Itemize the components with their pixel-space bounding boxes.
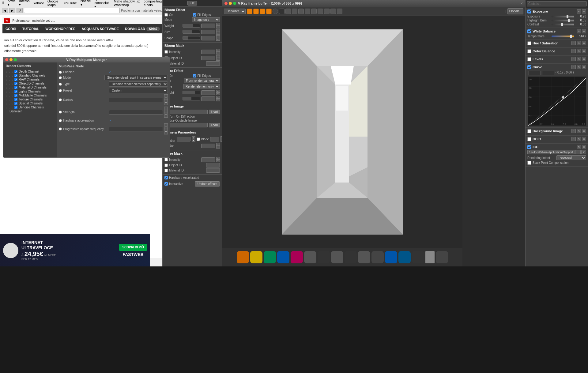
gm-int-down[interactable]: ▾ [216,160,220,162]
ocio-icon1[interactable]: ⌂ [571,137,576,141]
gw-up[interactable]: ▴ [216,90,220,92]
standard-channels-item[interactable]: ○○○ Standard Channels [5,73,55,77]
tool-icon-9[interactable] [298,9,304,14]
wb-icon1[interactable]: S [577,29,581,33]
depth-channel-check[interactable] [14,70,17,73]
close-btn[interactable] [5,58,8,61]
tool-icon-2[interactable] [253,9,259,14]
hs-icon3[interactable]: ≡ [582,41,586,45]
denoise-channels-item[interactable]: ○○○ Denoise Channels [5,105,55,109]
gm-intensity-check[interactable] [164,158,168,161]
ocio-icon3[interactable]: ≡ [582,137,586,141]
globals-btn[interactable]: Globals... [507,8,523,14]
tool-icon-4[interactable] [266,9,272,14]
progress-input[interactable]: 1 [109,127,163,131]
hs-icon1[interactable]: ⌂ [571,41,576,45]
exposure-slider[interactable] [552,16,575,17]
radius-down-btn[interactable]: ▾ [164,100,168,105]
tool-icon-10[interactable] [305,9,310,14]
cb-icon2[interactable]: S [577,49,581,53]
bg-icon3[interactable]: ≡ [582,129,586,133]
blade-check[interactable] [197,138,200,141]
strength-down-btn[interactable]: ▾ [164,112,168,118]
special-check[interactable] [14,102,17,105]
bloom-mode-dropdown[interactable]: Image only [192,17,220,22]
bm-int-up[interactable]: ▴ [216,49,220,52]
menu-inferno[interactable]: Inferno ▾ [19,0,29,7]
curve-icon2[interactable]: S [577,65,581,69]
curve-check[interactable] [527,65,531,69]
gw-down[interactable]: ▾ [216,92,220,95]
tool-icon-6[interactable] [279,9,285,14]
denoiser-dropdown[interactable]: Denoiser [224,9,246,14]
lights-check[interactable] [14,90,17,93]
dock-icon-4[interactable] [277,251,289,263]
blade-input[interactable] [210,137,219,141]
hs-check[interactable] [527,41,531,45]
texture-channels-item[interactable]: ○○○ Texture Channels [5,97,55,101]
bloom-on-checkbox[interactable] [164,13,168,17]
texture-check[interactable] [14,98,17,101]
icc-icon1[interactable]: S [577,145,581,149]
bm-intensity-input[interactable]: 3.00 [201,50,215,54]
glare-type-dropdown[interactable]: From render camera [184,78,220,83]
progress-down-btn[interactable]: ▾ [164,129,168,134]
menu-notizie[interactable]: Notizie ▾ [81,0,91,7]
depth-channel-item[interactable]: ○○○ Depth Channel [5,70,55,73]
dock-icon-16[interactable] [436,251,448,263]
cb-icon3[interactable]: ≡ [582,49,586,53]
weight-down-btn[interactable]: ▾ [216,26,220,28]
gm-objectid-input[interactable]: 0 [206,163,220,168]
bloom-size-input[interactable]: 15.00 [201,30,215,34]
ocio-icon2[interactable]: S [577,137,581,141]
glare-size-input[interactable]: 10.00 [201,96,215,101]
progress-radio[interactable] [59,127,62,130]
hw-accel-check2[interactable] [164,176,168,179]
tool-icon-14[interactable] [330,9,336,14]
tool-icon-13[interactable] [324,9,330,14]
bm-oid-up[interactable]: ▴ [216,55,220,58]
glare-fill-edges-check[interactable] [193,74,196,77]
rendering-intent-dropdown[interactable]: Perceptual [556,155,586,160]
gs-down[interactable]: ▾ [216,99,220,101]
menu-google-maps[interactable]: Google Maps [47,0,60,7]
nav-workshop[interactable]: WORKSHOP FREE [45,27,75,31]
bm-objectid-input[interactable]: 0 [201,56,215,60]
bm-materialid-input[interactable] [206,61,220,66]
file-btn[interactable]: File [187,1,197,6]
birot-input[interactable]: 10.00 [201,144,215,148]
icc-btn2[interactable]: X [581,150,586,154]
url-bar[interactable] [24,8,120,13]
nav-corsi[interactable]: CORSI [6,27,16,31]
progress-up-btn[interactable]: ▴ [164,123,168,129]
strength-up-btn[interactable]: ▴ [164,107,168,112]
bloom-size-slider[interactable] [183,30,200,34]
ad-cta-btn[interactable]: SCOPRI DI PIÙ [119,244,147,251]
shape-down-btn[interactable]: ▾ [216,38,220,41]
lights-channels-item[interactable]: ○○○ Lights Channels [5,89,55,93]
dock-icon-2[interactable] [250,251,262,263]
raw-channels-check[interactable] [14,78,17,81]
shape-up-btn[interactable]: ▴ [216,35,220,38]
update-effects-btn[interactable]: Update effects [195,181,220,186]
blade-up[interactable]: ▴ [221,136,222,139]
gm-intensity-input[interactable]: 3.00 [201,157,215,162]
standard-channels-check[interactable] [14,74,17,77]
black-point-check[interactable] [527,161,531,165]
bloom-weight-input[interactable]: 15.00 [201,24,215,28]
glare-mode-dropdown[interactable]: Render element only [183,84,220,89]
bloom-fill-edges-checkbox[interactable] [193,13,196,17]
dock-icon-11[interactable] [371,251,384,263]
levels-icon1[interactable]: ⌂ [571,57,576,61]
tool-icon-1[interactable] [247,9,252,14]
nav-download[interactable]: DOWNLOAD [125,27,145,31]
reload-btn[interactable]: ↺ [17,8,23,13]
contrast-slider[interactable] [552,24,575,25]
exposure-icon2[interactable]: ≡ [582,9,586,13]
apple-menu[interactable]:  [2,1,4,5]
objectid-channels-item[interactable]: ○○○ ObjectID Channels [5,81,55,85]
user-avatar[interactable]: Sirio7 [146,27,160,31]
menu-compositing[interactable]: compositing e colo... [144,0,163,7]
minimize-btn[interactable] [9,58,13,61]
dock-icon-5[interactable] [291,251,303,263]
